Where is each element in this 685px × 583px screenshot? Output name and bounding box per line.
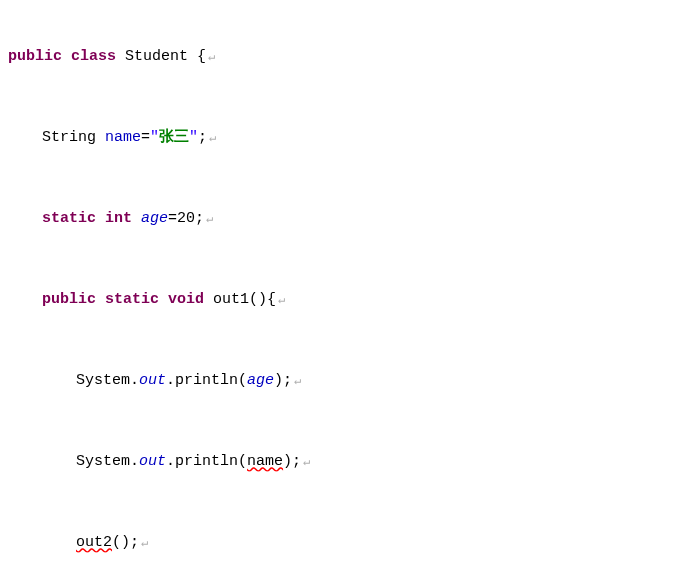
field-name: name xyxy=(105,129,141,146)
keyword-public: public xyxy=(42,291,96,308)
out-field: out xyxy=(139,453,166,470)
return-icon: ↵ xyxy=(208,50,215,64)
keyword-void: void xyxy=(168,291,204,308)
string-quote: " xyxy=(189,129,198,146)
code-block: public class Student {↵ String name="张三"… xyxy=(0,4,685,583)
call-out2-error: out2 xyxy=(76,534,112,551)
system: System. xyxy=(76,372,139,389)
system: System. xyxy=(76,453,139,470)
return-icon: ↵ xyxy=(141,536,148,550)
arg-name-error: name xyxy=(247,453,283,470)
return-icon: ↵ xyxy=(209,131,216,145)
class-name: Student xyxy=(125,48,188,65)
return-icon: ↵ xyxy=(294,374,301,388)
code-line: System.out.println(age);↵ xyxy=(0,370,685,391)
method-name: out1(){ xyxy=(204,291,276,308)
code-line: out2();↵ xyxy=(0,532,685,553)
return-icon: ↵ xyxy=(206,212,213,226)
println: .println( xyxy=(166,453,247,470)
string-value: 张三 xyxy=(159,129,189,146)
rest: =20; xyxy=(168,210,204,227)
code-line: String name="张三";↵ xyxy=(0,127,685,148)
code-line: public static void out1(){↵ xyxy=(0,289,685,310)
end: ); xyxy=(283,453,301,470)
end: ); xyxy=(274,372,292,389)
code-line: static int age=20;↵ xyxy=(0,208,685,229)
keyword-public: public xyxy=(8,48,62,65)
keyword-static: static xyxy=(105,291,159,308)
keyword-int: int xyxy=(105,210,132,227)
eq: = xyxy=(141,129,150,146)
keyword-static: static xyxy=(42,210,96,227)
brace: { xyxy=(188,48,206,65)
end: (); xyxy=(112,534,139,551)
type: String xyxy=(42,129,96,146)
out-field: out xyxy=(139,372,166,389)
arg-age: age xyxy=(247,372,274,389)
println: .println( xyxy=(166,372,247,389)
return-icon: ↵ xyxy=(303,455,310,469)
code-line: System.out.println(name);↵ xyxy=(0,451,685,472)
string-quote: " xyxy=(150,129,159,146)
semicolon: ; xyxy=(198,129,207,146)
code-line: public class Student {↵ xyxy=(0,46,685,67)
field-age: age xyxy=(141,210,168,227)
return-icon: ↵ xyxy=(278,293,285,307)
keyword-class: class xyxy=(71,48,116,65)
